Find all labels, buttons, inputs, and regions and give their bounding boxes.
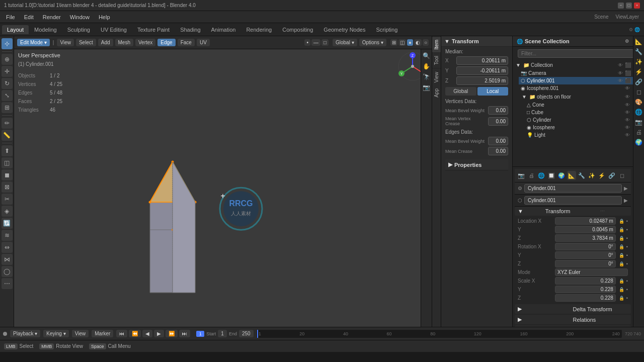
ws-tab-rendering[interactable]: Rendering — [241, 25, 277, 34]
ri-world-props[interactable]: 🌍 — [634, 138, 643, 147]
edges-mean-bevel-val[interactable]: 0.00 — [488, 137, 508, 145]
rotation-z-dot[interactable]: • — [626, 261, 628, 266]
vertex-menu[interactable]: Vertex — [135, 39, 155, 46]
rotation-x-val[interactable]: 0° — [555, 243, 616, 250]
rotation-mode-val[interactable]: XYZ Euler — [555, 268, 628, 276]
scale-z-lock[interactable]: 🔒 — [619, 296, 624, 301]
ri-object-props[interactable]: 📐 — [634, 37, 643, 46]
props-object-icon[interactable]: 📐 — [567, 171, 576, 180]
keying-menu[interactable]: Keying ▾ — [43, 330, 68, 337]
props-physics-icon[interactable]: ⚡ — [597, 171, 606, 180]
ws-tab-uv-editing[interactable]: UV Editing — [96, 25, 132, 34]
local-btn[interactable]: Local — [477, 87, 509, 96]
props-transform-header[interactable]: ▼ Transform ⋯ — [515, 207, 631, 216]
props-render-icon[interactable]: 📷 — [517, 171, 526, 180]
props-particles-icon[interactable]: ✨ — [587, 171, 596, 180]
props-mesh-icon[interactable]: ⬡ — [518, 198, 522, 203]
tool-loop-cut[interactable]: ⊠ — [2, 182, 13, 193]
scale-z-val[interactable]: 0.228 — [555, 294, 616, 302]
ri-particles-props[interactable]: ✨ — [634, 57, 643, 66]
median-z-val[interactable]: 2.5019 m — [456, 76, 508, 85]
mode-selector[interactable]: Edit Mode ▾ — [17, 39, 50, 46]
ri-constraints-props[interactable]: 🔗 — [634, 77, 643, 86]
tool-move[interactable]: ✛ — [2, 66, 13, 77]
scale-z-dot[interactable]: • — [626, 296, 628, 301]
edge-menu[interactable]: Edge — [157, 39, 175, 46]
location-y-dot[interactable]: • — [626, 227, 628, 232]
props-scene-icon[interactable]: 🔲 — [547, 171, 556, 180]
rotation-z-val[interactable]: 0° — [555, 260, 616, 267]
jump-end-btn[interactable]: ⏭ — [179, 330, 190, 337]
ws-tab-layout[interactable]: Layout — [2, 25, 29, 34]
menu-edit[interactable]: Edit — [20, 13, 38, 21]
outliner-item-light[interactable]: 💡 Light 👁 — [525, 131, 633, 139]
ws-tab-scripting[interactable]: Scripting — [371, 25, 403, 34]
step-back-btn[interactable]: ⏪ — [129, 330, 141, 337]
shading-solid[interactable]: ● — [407, 39, 413, 46]
edge-mode-btn[interactable]: — — [311, 39, 320, 46]
transform-options-icon[interactable]: ⋯ — [600, 209, 628, 214]
median-y-val[interactable]: -0.20611 m — [456, 66, 508, 75]
outliner-item-objects-on-floor[interactable]: ▼ 📁 objects on floor 👁 — [519, 92, 633, 101]
marker-menu[interactable]: Marker — [92, 330, 113, 337]
median-x-val[interactable]: 0.20611 m — [456, 56, 508, 65]
mean-crease-val[interactable]: 0.00 — [488, 147, 508, 155]
ws-tab-texture-paint[interactable]: Texture Paint — [132, 25, 175, 34]
tool-poly-build[interactable]: ◈ — [2, 206, 13, 217]
ri-output-props[interactable]: 🖨 — [634, 128, 643, 137]
mesh-menu[interactable]: Mesh — [115, 39, 133, 46]
ws-tab-animation[interactable]: Animation — [206, 25, 241, 34]
outliner-item-cylinder[interactable]: ⬡ Cylinder 👁 — [525, 116, 633, 124]
add-menu[interactable]: Add — [98, 39, 113, 46]
maximize-button[interactable]: □ — [626, 3, 632, 9]
collection-render-icon[interactable]: ⬛ — [625, 62, 631, 68]
ri-physics-props[interactable]: ⚡ — [634, 67, 643, 76]
mean-vertex-crease-val[interactable]: 0.00 — [488, 117, 508, 126]
ri-render-props[interactable]: 📷 — [634, 118, 643, 127]
menu-render[interactable]: Render — [39, 13, 65, 21]
scale-x-dot[interactable]: • — [626, 279, 628, 284]
object-name-display[interactable]: Cylinder.001 — [524, 184, 622, 193]
scale-x-lock[interactable]: 🔒 — [619, 279, 624, 284]
collections-header[interactable]: ▶ Collections — [515, 325, 631, 327]
props-data-icon[interactable]: ◻ — [617, 171, 626, 180]
tool-knife[interactable]: ✂ — [2, 194, 13, 205]
ws-tab-modeling[interactable]: Modeling — [29, 25, 62, 34]
uv-menu[interactable]: UV — [197, 39, 210, 46]
props-output-icon[interactable]: 🖨 — [527, 171, 536, 180]
location-x-lock[interactable]: 🔒 — [619, 219, 624, 224]
end-frame[interactable]: 250 — [239, 330, 254, 337]
timeline-track[interactable]: 1 20 40 60 80 120 160 200 240 — [257, 330, 622, 338]
vp-camera-tool[interactable]: 📷 — [422, 83, 431, 92]
minimize-button[interactable]: − — [618, 3, 624, 9]
scale-y-val[interactable]: 0.228 — [555, 286, 616, 293]
current-frame-display[interactable]: 1 — [196, 331, 204, 337]
tool-extrude[interactable]: ⬆ — [2, 145, 13, 156]
view-menu-tl[interactable]: View — [72, 330, 89, 337]
location-y-lock[interactable]: 🔒 — [619, 227, 624, 232]
select-menu[interactable]: Select — [76, 39, 96, 46]
npanel-tab-view[interactable]: View — [432, 68, 441, 86]
step-forward-btn[interactable]: ⏩ — [166, 330, 178, 337]
mean-bevel-weight-val[interactable]: 0.00 — [488, 106, 508, 115]
transform-section-header[interactable]: ▼ Transform — [441, 36, 512, 47]
outliner-item-camera[interactable]: 📷 Camera 👁 ⬛ — [519, 69, 633, 77]
menu-window[interactable]: Window — [66, 13, 94, 21]
outliner-item-collection[interactable]: ▼ 📁 Collection 👁 ⬛ — [513, 60, 633, 69]
overlays-toggle[interactable]: ⊞ — [390, 39, 397, 46]
menu-help[interactable]: Help — [95, 13, 114, 21]
tool-annotate[interactable]: ✏ — [2, 118, 13, 129]
npanel-tab-tool[interactable]: Tool — [432, 52, 441, 68]
scale-y-lock[interactable]: 🔒 — [619, 287, 624, 292]
global-btn[interactable]: Global — [445, 87, 476, 96]
ws-tab-shading[interactable]: Shading — [175, 25, 205, 34]
properties-section-header[interactable]: ▶ Properties — [445, 159, 508, 170]
outliner-item-cone[interactable]: △ Cone 👁 — [525, 101, 633, 109]
vertex-mode-btn[interactable]: • — [304, 39, 310, 46]
outliner-item-cube[interactable]: □ Cube 👁 — [525, 109, 633, 116]
tool-select[interactable]: ⊹ — [2, 38, 13, 49]
props-arrow-icon[interactable]: ▶ — [624, 186, 628, 191]
tool-inset[interactable]: ◫ — [2, 157, 13, 168]
data-arrow-icon[interactable]: ▶ — [624, 198, 628, 203]
jump-start-btn[interactable]: ⏮ — [116, 330, 127, 337]
